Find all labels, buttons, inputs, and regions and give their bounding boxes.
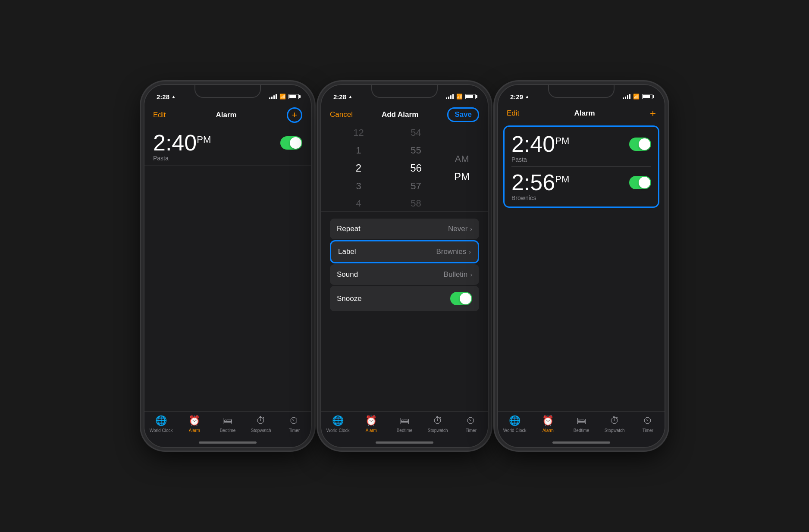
sound-group: Sound Bulletin ›: [330, 264, 479, 285]
add-alarm-button-3[interactable]: +: [650, 107, 656, 119]
alarm-time-row-3-1: 2:40PM: [511, 133, 651, 155]
world-clock-label-1: World Clock: [150, 428, 173, 433]
battery-icon-3: [642, 94, 652, 99]
edit-button-3[interactable]: Edit: [507, 109, 519, 118]
location-icon-2: ▲: [348, 94, 353, 99]
min-54: 54: [406, 125, 425, 141]
stopwatch-label-3: Stopwatch: [605, 428, 625, 433]
phone-2: 2:28 ▲ 📶 Cance: [320, 84, 489, 448]
stopwatch-label-1: Stopwatch: [251, 428, 271, 433]
location-icon-1: ▲: [171, 94, 176, 99]
nav-header-3: Edit Alarm +: [498, 104, 665, 123]
timer-label-1: Timer: [289, 428, 300, 433]
alarm-icon-3: ⏰: [542, 415, 554, 426]
sound-row[interactable]: Sound Bulletin ›: [330, 264, 479, 285]
status-icons-3: 📶: [623, 94, 652, 100]
tab-timer-1[interactable]: ⏲ Timer: [278, 415, 311, 433]
hour-1: 1: [351, 142, 365, 159]
alarms-highlighted-group: 2:40PM Pasta: [503, 125, 659, 208]
tab-alarm-1[interactable]: ⏰ Alarm: [178, 415, 211, 433]
snooze-toggle[interactable]: [450, 292, 472, 305]
alarm-label-3-1: Pasta: [511, 156, 651, 163]
edit-button-1[interactable]: Edit: [153, 111, 166, 119]
alarm-item-3-2: 2:56PM Brownies: [506, 167, 656, 205]
alarm-tab-label-3: Alarm: [542, 428, 554, 433]
sound-label: Sound: [337, 270, 358, 279]
alarm-toggle-1[interactable]: [280, 136, 302, 150]
period-pm-selected: PM: [450, 168, 474, 186]
wifi-icon-2: 📶: [456, 94, 463, 100]
tab-world-clock-2[interactable]: 🌐 World Clock: [321, 415, 354, 433]
tab-timer-3[interactable]: ⏲ Timer: [631, 415, 665, 433]
settings-list-2: Repeat Never › Label Brownies ›: [321, 219, 488, 312]
tab-bedtime-1[interactable]: 🛏 Bedtime: [211, 415, 244, 433]
period-picker-2[interactable]: AM PM: [445, 151, 479, 186]
home-indicator-1: [199, 441, 257, 444]
phone-3: 2:29 ▲ 📶 Edit: [497, 84, 665, 448]
wifi-icon-1: 📶: [279, 94, 286, 100]
snooze-group: Snooze: [330, 286, 479, 311]
add-alarm-button-1[interactable]: +: [287, 107, 302, 123]
alarm-time-value-3-2: 2:56PM: [511, 170, 569, 195]
alarm-time-value-1: 2:40PM: [153, 130, 211, 155]
stopwatch-icon-2: ⏱: [433, 415, 442, 426]
phone-2-screen: 2:28 ▲ 📶 Cance: [321, 85, 488, 447]
period-am: AM: [451, 151, 473, 167]
tab-world-clock-1[interactable]: 🌐 World Clock: [144, 415, 178, 433]
location-icon-3: ▲: [525, 94, 530, 99]
status-time-1: 2:28: [157, 93, 169, 100]
min-58: 58: [406, 195, 425, 212]
alarm-time-display-3-1: 2:40PM: [511, 133, 569, 155]
signal-bars-3: [623, 94, 630, 99]
cancel-button-2[interactable]: Cancel: [330, 110, 353, 119]
battery-icon-1: [288, 94, 299, 99]
timer-label-2: Timer: [466, 428, 477, 433]
tab-alarm-2[interactable]: ⏰ Alarm: [354, 415, 388, 433]
tab-timer-2[interactable]: ⏲ Timer: [455, 415, 488, 433]
tab-world-clock-3[interactable]: 🌐 World Clock: [498, 415, 531, 433]
nav-title-2: Add Alarm: [382, 110, 418, 119]
timer-icon-3: ⏲: [643, 415, 652, 426]
alarm-label-3-2: Brownies: [511, 194, 651, 201]
alarm-toggle-3-1[interactable]: [629, 138, 651, 151]
alarm-label-1: Pasta: [153, 155, 302, 162]
status-bar-2: 2:28 ▲ 📶: [321, 85, 488, 104]
repeat-group: Repeat Never ›: [330, 219, 479, 239]
hour-4: 4: [351, 195, 365, 212]
hour-3: 3: [351, 178, 365, 194]
label-row[interactable]: Label Brownies ›: [330, 240, 479, 263]
alarm-tab-label-2: Alarm: [366, 428, 377, 433]
world-clock-icon-1: 🌐: [155, 415, 167, 426]
nav-title-1: Alarm: [216, 111, 237, 119]
bedtime-icon-1: 🛏: [223, 415, 232, 426]
alarm-item-1: 2:40PM Pasta: [144, 126, 311, 166]
nav-header-1: Edit Alarm +: [144, 104, 311, 126]
tab-stopwatch-2[interactable]: ⏱ Stopwatch: [421, 415, 455, 433]
minute-picker-2[interactable]: 53 54 55 56 57 58 59: [387, 125, 445, 212]
wifi-icon-3: 📶: [633, 94, 640, 100]
nav-title-3: Alarm: [574, 109, 595, 118]
tab-alarm-3[interactable]: ⏰ Alarm: [531, 415, 564, 433]
phone-3-screen: 2:29 ▲ 📶 Edit: [498, 85, 665, 447]
timer-icon-1: ⏲: [289, 415, 299, 426]
alarm-toggle-3-2[interactable]: [629, 176, 651, 189]
tab-stopwatch-1[interactable]: ⏱ Stopwatch: [245, 415, 278, 433]
timer-icon-2: ⏲: [466, 415, 476, 426]
tab-bedtime-3[interactable]: 🛏 Bedtime: [564, 415, 598, 433]
hour-picker-2[interactable]: 11 12 1 2 3 4 5: [330, 125, 387, 212]
tab-bedtime-2[interactable]: 🛏 Bedtime: [388, 415, 421, 433]
signal-bars-1: [269, 94, 277, 99]
timer-label-3: Timer: [643, 428, 653, 433]
tab-stopwatch-3[interactable]: ⏱ Stopwatch: [598, 415, 631, 433]
time-picker-2[interactable]: 11 12 1 2 3 4 5 53 54 55 56 57 58 59: [321, 125, 488, 212]
stopwatch-label-2: Stopwatch: [428, 428, 448, 433]
plus-icon-1: +: [292, 110, 298, 120]
world-clock-icon-2: 🌐: [332, 415, 344, 426]
hour-12: 12: [349, 125, 368, 141]
save-button-2[interactable]: Save: [447, 107, 479, 122]
min-57: 57: [406, 178, 425, 194]
snooze-row: Snooze: [330, 286, 479, 311]
alarm-time-row-1: 2:40PM: [153, 131, 302, 154]
repeat-row[interactable]: Repeat Never ›: [330, 219, 479, 239]
alarm-icon-1: ⏰: [188, 415, 200, 426]
